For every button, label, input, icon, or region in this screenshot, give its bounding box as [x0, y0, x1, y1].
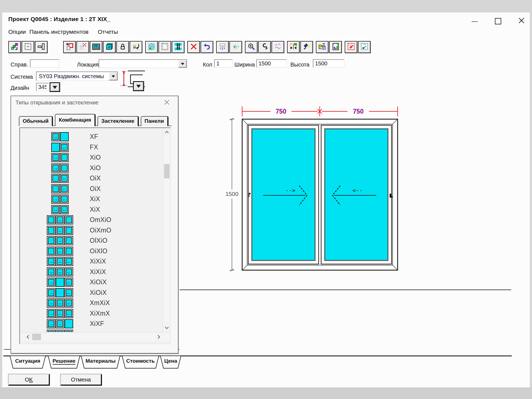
- bottom-tab-1[interactable]: Ситуация: [10, 356, 46, 369]
- bottom-tab-3[interactable]: Материалы: [81, 356, 120, 369]
- list-item-label: XiXF: [90, 319, 104, 328]
- toolbar-profile-spec-button[interactable]: [130, 41, 142, 53]
- reference-input[interactable]: [30, 59, 59, 68]
- list-item[interactable]: ←OiXmO: [20, 226, 163, 235]
- list-item[interactable]: →XF: [20, 132, 163, 142]
- scroll-down-icon[interactable]: [163, 324, 170, 332]
- scroll-right-icon[interactable]: [155, 333, 162, 341]
- toolbar-end-panel-button[interactable]: [35, 41, 48, 53]
- list-item[interactable]: →←XiOiX: [20, 288, 163, 298]
- list-item-label: XiXiX: [90, 267, 106, 277]
- list-item[interactable]: →←XiOiX: [20, 278, 163, 287]
- toolbar-report-chart-button[interactable]: [329, 41, 342, 53]
- sash-panel: ←: [65, 309, 73, 318]
- design-input[interactable]: [36, 83, 49, 91]
- quantity-input[interactable]: [214, 59, 232, 68]
- horizontal-scrollbar[interactable]: [20, 332, 170, 341]
- dialog-tab-2[interactable]: Комбинация: [55, 114, 96, 126]
- width-input[interactable]: [256, 59, 287, 68]
- delete-icon: [190, 43, 198, 52]
- sash-panel: ←: [60, 174, 69, 183]
- list-item[interactable]: ←OiX: [20, 184, 163, 194]
- report-chart-icon: [332, 43, 339, 52]
- location-combobox[interactable]: [99, 59, 187, 68]
- ok-button[interactable]: OK: [8, 374, 50, 386]
- toolbar-bend-tool-button[interactable]: [258, 41, 271, 53]
- list-item[interactable]: [20, 330, 163, 332]
- toolbar-position-center-button[interactable]: [22, 41, 34, 53]
- dialog-tab-1[interactable]: Обычный: [19, 116, 53, 126]
- opening-types-dialog: Типы открывания и застекление ОбычныйКом…: [11, 96, 178, 354]
- combination-listbox[interactable]: →XF←FX→XiO→XiO←OiX←OiX→←XiX→←XiX→OmXiO←O…: [19, 127, 171, 344]
- toolbar-delete-button[interactable]: [187, 41, 200, 53]
- toolbar-pan-move-button[interactable]: [358, 41, 371, 53]
- profile-dropdown-button[interactable]: [133, 81, 144, 91]
- list-item[interactable]: →OmXiO: [20, 215, 163, 225]
- fixed-panel: [60, 132, 69, 141]
- toolbar-node-distribute-button[interactable]: [216, 41, 229, 53]
- list-item[interactable]: →→←XmXiX: [20, 298, 163, 308]
- list-item[interactable]: →←XiX: [20, 205, 163, 214]
- bottom-tab-5[interactable]: Цена: [160, 356, 181, 369]
- close-icon[interactable]: [518, 17, 525, 24]
- toolbar-product-structure-button[interactable]: [8, 41, 21, 53]
- menu-toolbar[interactable]: Панель инструментов: [29, 29, 88, 35]
- undo-icon: [203, 43, 211, 52]
- design-dropdown-button[interactable]: [50, 82, 60, 92]
- height-input[interactable]: [313, 59, 344, 68]
- list-item[interactable]: →XiO: [20, 153, 163, 162]
- list-item[interactable]: →←XiX: [20, 195, 163, 204]
- location-dropdown-icon[interactable]: [178, 60, 187, 68]
- sash-panel: [65, 330, 73, 332]
- toolbar-align-join-button[interactable]: [287, 41, 300, 53]
- toolbar-erase-area-button[interactable]: [76, 41, 89, 53]
- list-item[interactable]: →↔←XiXiX: [20, 267, 163, 277]
- toolbar-fill-texture-button[interactable]: [145, 41, 158, 53]
- toolbar-verify-red-button[interactable]: [345, 41, 357, 53]
- bottom-tab-2[interactable]: Решение: [48, 356, 80, 369]
- bottom-tab-4[interactable]: Стоимость: [122, 356, 159, 369]
- system-combobox[interactable]: SY03 Раздвижн. системы: [36, 71, 118, 81]
- toolbar-freehand-button[interactable]: [272, 41, 284, 53]
- toolbar-glazing-fields-button[interactable]: [90, 41, 103, 53]
- menu-reports[interactable]: Отчеты: [98, 29, 118, 35]
- zoom-icon: [247, 43, 255, 52]
- scroll-up-icon[interactable]: [163, 128, 170, 136]
- toolbar-select-region-button[interactable]: [158, 41, 171, 53]
- hscroll-thumb[interactable]: [32, 334, 41, 340]
- opening-scheme-icon: →: [47, 215, 73, 224]
- cancel-button[interactable]: Отмена: [60, 374, 102, 386]
- vertical-scrollbar[interactable]: [163, 128, 170, 332]
- list-item[interactable]: ←FX: [20, 143, 163, 152]
- sash-panel: ↔: [56, 267, 64, 277]
- scroll-left-icon[interactable]: [24, 333, 32, 341]
- toolbar-shift-left-button[interactable]: [229, 41, 242, 53]
- dialog-tab-4[interactable]: Панели: [141, 116, 168, 126]
- list-item[interactable]: →OlXiO: [20, 236, 163, 245]
- list-item[interactable]: →←←XiXmX: [20, 309, 163, 318]
- list-item[interactable]: ←OiXlO: [20, 247, 163, 256]
- toolbar-lock-button[interactable]: [116, 41, 129, 53]
- toolbar-undo-button[interactable]: [201, 41, 213, 53]
- sash-panel: →: [47, 278, 55, 287]
- menu-options[interactable]: Опции: [8, 29, 26, 35]
- maximize-icon[interactable]: [495, 18, 501, 24]
- toolbar-export-folder-button[interactable]: [316, 41, 329, 53]
- toolbar-add-frame-button[interactable]: [63, 41, 76, 53]
- fill-texture-icon: [148, 43, 155, 52]
- toolbar-add-mullion-button[interactable]: [172, 41, 185, 53]
- toolbar-highlight-button[interactable]: [300, 41, 313, 53]
- vscroll-thumb[interactable]: [164, 164, 170, 178]
- dialog-tab-3[interactable]: Застекление: [98, 116, 139, 126]
- list-item[interactable]: ←OiX: [20, 174, 163, 183]
- sash-panel: [65, 236, 73, 245]
- list-item[interactable]: →XiO: [20, 163, 163, 173]
- bottom-tab-label: Стоимость: [122, 358, 159, 364]
- system-dropdown-icon[interactable]: [109, 72, 117, 80]
- dialog-close-icon[interactable]: [163, 99, 170, 106]
- toolbar-copy-glass-button[interactable]: [103, 41, 116, 53]
- list-item[interactable]: →↔←XiXiX: [20, 257, 163, 266]
- list-item[interactable]: →→XiXF: [20, 319, 163, 329]
- toolbar-zoom-button[interactable]: [245, 41, 258, 53]
- minimize-icon[interactable]: [472, 21, 478, 22]
